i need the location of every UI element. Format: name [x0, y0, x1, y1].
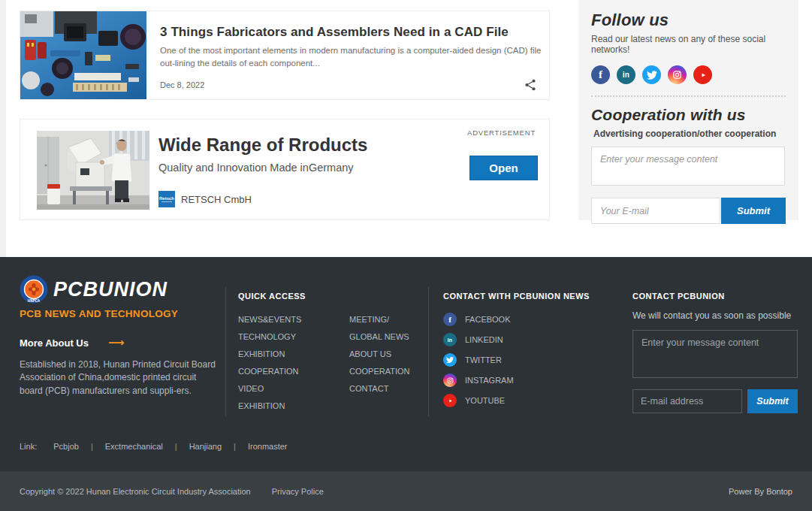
article-thumbnail-circuit-board[interactable]	[20, 11, 146, 99]
contact-message-input[interactable]	[632, 330, 798, 378]
footer-twitter-link[interactable]: TWITTER	[443, 353, 590, 367]
cooperation-title: Cooperation with us	[591, 106, 786, 124]
footer-brand-name[interactable]: PCBUNION	[53, 278, 168, 301]
ad-title[interactable]: Wide Range of Rroducts	[158, 135, 367, 156]
linkedin-icon[interactable]: in	[617, 65, 635, 84]
facebook-icon: f	[443, 313, 457, 326]
retsch-logo-icon: Retsch	[158, 191, 175, 207]
footer-link-exhibition[interactable]: EXHIBITION	[238, 349, 316, 358]
footer-brand-block: HNPCA PCBUNION PCB NEWS AND TECHNOLOGY M…	[20, 275, 216, 398]
footer-link-contact[interactable]: CONTACT	[349, 384, 427, 393]
contact-news-heading: CONTACT WITH PCBUNION NEWS	[443, 292, 590, 301]
copyright-bar: Copyright © 2022 Hunan Electronic Circui…	[0, 471, 812, 511]
partner-link-hanjiang[interactable]: Hanjiang	[189, 442, 222, 451]
pcbunion-logo-icon: HNPCA	[20, 275, 48, 304]
ad-open-button[interactable]: Open	[469, 156, 538, 180]
ad-brand: Retsch RETSCH CmbH	[158, 191, 252, 207]
svg-text:HNPCA: HNPCA	[28, 299, 41, 303]
links-label: Link:	[20, 442, 37, 451]
contact-form-block: CONTACT PCBUNION We will contact you as …	[632, 292, 798, 413]
footer-linkedin-link[interactable]: in LINKEDIN	[443, 333, 590, 346]
follow-us-title: Follow us	[591, 11, 786, 30]
link-separator: |	[91, 442, 93, 451]
footer-link-meeting[interactable]: MEETING/	[349, 315, 427, 324]
youtube-icon	[443, 394, 457, 407]
contact-news-block: CONTACT WITH PCBUNION NEWS f FACEBOOK in…	[443, 292, 590, 407]
ad-subtitle: Quality and Innovation Made inGermany	[158, 162, 354, 174]
contact-email-input[interactable]	[632, 389, 742, 413]
ad-brand-name: RETSCH CmbH	[181, 194, 252, 205]
cooperation-subtitle: Advertising cooperation/other cooperatio…	[593, 129, 786, 139]
sidebar: Follow us Read our latest news on any of…	[578, 0, 798, 220]
contact-form-heading: CONTACT PCBUNION	[632, 292, 798, 301]
advertisement-card: ADVERTISEMENT	[20, 119, 550, 220]
footer-youtube-link[interactable]: YOUTUBE	[443, 394, 590, 407]
footer-brand-tagline: PCB NEWS AND TECHNOLOGY	[20, 308, 216, 319]
page: 3 Things Fabricators and Assemblers Need…	[0, 0, 812, 511]
footer-link-technology[interactable]: TECHNOLOGY	[238, 332, 316, 341]
contact-form-subtitle: We will contact you as soon as possible	[632, 310, 798, 321]
cooperation-message-input[interactable]	[591, 147, 785, 186]
footer-divider	[225, 287, 226, 416]
social-icons-row: f in	[591, 65, 786, 84]
link-separator: |	[175, 442, 177, 451]
partner-link-pcbjob[interactable]: Pcbjob	[53, 442, 79, 451]
quick-access-heading: QUICK ACCESS	[238, 292, 427, 301]
link-separator: |	[234, 442, 236, 451]
instagram-icon	[443, 373, 457, 387]
footer-link-news-events[interactable]: NEWS&EVENTS	[238, 315, 316, 324]
privacy-police-link[interactable]: Privacy Police	[272, 487, 324, 496]
more-about-us-link[interactable]: More About Us ⟶	[20, 336, 216, 349]
footer-divider	[428, 287, 429, 416]
facebook-icon[interactable]: f	[591, 65, 610, 84]
footer-link-cooperation[interactable]: COOPERATION	[238, 367, 316, 376]
arrow-right-icon: ⟶	[108, 336, 125, 349]
instagram-icon[interactable]	[668, 65, 687, 84]
share-icon[interactable]	[524, 78, 537, 92]
footer-link-cooperation-2[interactable]: COOPERATION	[349, 367, 427, 376]
footer-brand-description: Established in 2018, Hunan Printed Circu…	[20, 358, 216, 398]
twitter-icon[interactable]	[642, 65, 661, 84]
footer-link-video[interactable]: VIDEO	[238, 384, 316, 393]
cooperation-submit-button[interactable]: Submit	[721, 198, 786, 224]
follow-us-subtitle: Read our latest news on any of these soc…	[591, 34, 786, 55]
contact-submit-button[interactable]: Submit	[747, 389, 798, 413]
footer: HNPCA PCBUNION PCB NEWS AND TECHNOLOGY M…	[0, 257, 812, 471]
article-date: Dec 8, 2022	[160, 80, 204, 89]
twitter-icon	[443, 353, 457, 367]
linkedin-icon: in	[443, 333, 457, 346]
partner-link-ironmaster[interactable]: Ironmaster	[248, 442, 288, 451]
partner-links-row: Link: Pcbjob | Exctmechanical | Hanjiang…	[20, 442, 288, 451]
cooperation-email-input[interactable]	[591, 198, 720, 224]
advertisement-label: ADVERTISEMENT	[467, 129, 536, 137]
footer-facebook-link[interactable]: f FACEBOOK	[443, 313, 590, 326]
article-excerpt: One of the most important elements in mo…	[160, 44, 545, 69]
sidebar-divider	[591, 95, 786, 97]
footer-link-exhibition-2[interactable]: EXHIBITION	[238, 401, 316, 410]
youtube-icon[interactable]	[693, 65, 712, 84]
footer-instagram-link[interactable]: INSTAGRAM	[443, 373, 590, 387]
ad-image-lab-machine[interactable]	[37, 131, 149, 210]
copyright-text: Copyright © 2022 Hunan Electronic Circui…	[20, 487, 251, 496]
quick-access-block: QUICK ACCESS NEWS&EVENTS TECHNOLOGY EXHI…	[238, 292, 427, 410]
partner-link-exctmechanical[interactable]: Exctmechanical	[105, 442, 163, 451]
footer-link-global-news[interactable]: GLOBAL NEWS	[349, 332, 427, 341]
article-card[interactable]: 3 Things Fabricators and Assemblers Need…	[20, 11, 550, 100]
powered-by-text: Power By Bontop	[729, 487, 792, 496]
article-title[interactable]: 3 Things Fabricators and Assemblers Need…	[160, 25, 509, 40]
footer-link-about-us[interactable]: ABOUT US	[349, 349, 427, 358]
